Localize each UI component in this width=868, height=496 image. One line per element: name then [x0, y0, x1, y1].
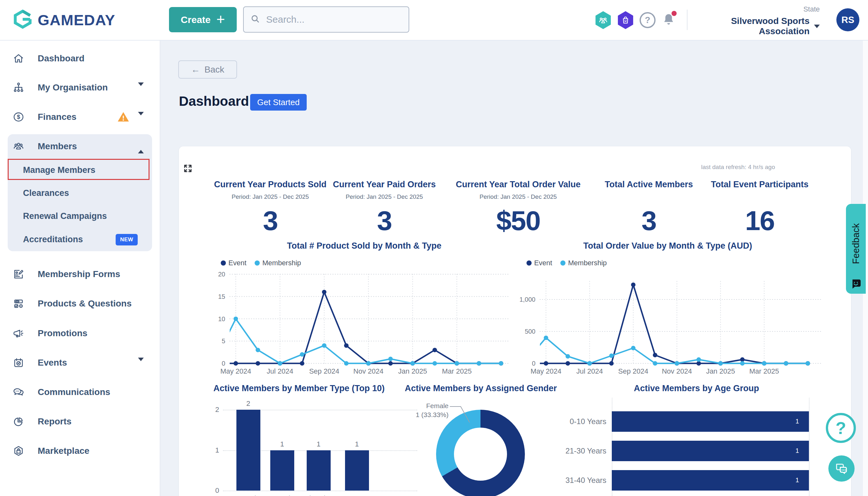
stat-period: Period: Jan 2025 - Dec 2025 — [314, 193, 455, 200]
bar-ytick: 1 — [204, 446, 219, 454]
svg-text:Jul 2024: Jul 2024 — [267, 367, 293, 375]
topbar-icon-group: ? — [595, 11, 676, 29]
avatar[interactable]: RS — [836, 8, 859, 31]
org-level-label: State — [696, 5, 820, 13]
svg-text:May 2024: May 2024 — [220, 367, 251, 375]
chart-title-gender: Active Members by Assigned Gender — [369, 384, 593, 393]
org-name: Silverwood Sports Association — [696, 16, 809, 36]
svg-text:Sep 2024: Sep 2024 — [618, 367, 648, 375]
stat-value: 3 — [314, 205, 455, 236]
svg-text:0: 0 — [532, 360, 535, 367]
get-started-button[interactable]: Get Started — [250, 94, 307, 111]
sidebar-item-my-organisation[interactable]: My Organisation — [0, 76, 160, 99]
stat-period — [690, 193, 830, 200]
sidebar-item-dashboard[interactable]: Dashboard — [0, 47, 160, 70]
legend-dot — [221, 261, 226, 266]
legend-item-event: Event — [526, 259, 552, 267]
svg-text:1,000: 1,000 — [519, 296, 535, 303]
sidebar-subitem-label: Accreditations — [23, 228, 83, 251]
age-category-label: 21-30 Years — [543, 447, 606, 455]
org-selector: State Silverwood Sports Association — [696, 5, 820, 36]
products-icon — [13, 298, 24, 309]
sidebar-item-communications[interactable]: Communications — [0, 381, 160, 403]
svg-text:Jul 2024: Jul 2024 — [576, 367, 603, 375]
legend-item-membership: Membership — [255, 259, 301, 267]
svg-text:500: 500 — [525, 328, 535, 335]
bar-value-label: 1 — [270, 440, 294, 448]
sidebar-item-label: My Organisation — [38, 76, 108, 99]
search-icon — [250, 14, 261, 25]
svg-text:Mar 2025: Mar 2025 — [749, 367, 779, 375]
sidebar-item-label: Marketplace — [38, 440, 90, 462]
legend-dot — [255, 261, 260, 266]
sidebar-item-events[interactable]: Events — [0, 352, 160, 374]
stat-title: Current Year Total Order Value — [448, 180, 588, 189]
sidebar-subitem-label: Manage Members — [23, 159, 96, 181]
sidebar-item-reports[interactable]: Reports — [0, 410, 160, 433]
sidebar-subitem-manage-members[interactable]: Manage Members — [0, 159, 160, 181]
line-chart-products-sold: 05101520May 2024Jul 2024Sep 2024Nov 2024… — [211, 268, 518, 375]
sidebar-subitem-renewal-campaigns[interactable]: Renewal Campaigns — [0, 205, 160, 227]
notifications-icon[interactable] — [661, 12, 676, 28]
bar-junior-player — [307, 450, 331, 491]
megaphone-icon — [13, 328, 24, 339]
marketplace-icon[interactable] — [617, 11, 634, 29]
sidebar-item-products-questions[interactable]: Products & Questions — [0, 292, 160, 315]
feedback-tab[interactable]: Feedback — [846, 204, 866, 294]
bar-coach — [236, 410, 261, 491]
bar-value-label: 1 — [307, 440, 331, 448]
svg-text:Jan 2025: Jan 2025 — [398, 367, 427, 375]
age-bar-value: 1 — [795, 447, 799, 454]
sidebar-item-membership-forms[interactable]: Membership Forms — [0, 263, 160, 285]
bar-awards — [270, 450, 294, 491]
legend-dot — [526, 261, 532, 266]
sidebar-item-promotions[interactable]: Promotions — [0, 322, 160, 344]
help-floating-button[interactable]: ? — [826, 413, 856, 443]
expand-fullscreen-icon[interactable] — [183, 164, 193, 173]
chart-title-products-sold: Total # Product Sold by Month & Type — [252, 241, 476, 251]
bar-ytick: 0 — [204, 486, 219, 495]
sidebar-item-label: Promotions — [38, 322, 88, 344]
gameday-logo[interactable]: GAMEDAY — [13, 8, 115, 31]
stat-card-5: Total Event Participants16 — [690, 180, 830, 236]
members-icon — [13, 141, 24, 152]
sidebar-item-members[interactable]: Members — [0, 135, 160, 158]
bar-chart-age-group: 0-10 Years121-30 Years131-40 Years1 — [543, 396, 818, 496]
create-button[interactable]: Create + — [169, 7, 237, 32]
svg-text:Mar 2025: Mar 2025 — [442, 367, 472, 375]
sidebar-subitem-accreditations[interactable]: AccreditationsNEW — [0, 228, 160, 251]
sidebar-nav: DashboardMy Organisation$FinancesMembers… — [0, 40, 160, 496]
feedback-tab-label: Feedback — [851, 212, 861, 275]
sidebar-item-marketplace[interactable]: Marketplace — [0, 440, 160, 462]
chart-title-age-group: Active Members by Age Group — [585, 384, 808, 393]
gameday-logo-icon — [13, 9, 33, 31]
line-chart-order-value: 05001,000May 2024Jul 2024Sep 2024Nov 202… — [518, 268, 831, 375]
new-badge: NEW — [116, 234, 138, 245]
svg-text:20: 20 — [218, 271, 225, 278]
search-input[interactable] — [266, 14, 402, 25]
sidebar-item-finances[interactable]: $Finances — [0, 106, 160, 128]
help-icon[interactable]: ? — [640, 12, 656, 28]
org-icon — [13, 82, 24, 93]
svg-text:May 2024: May 2024 — [531, 367, 562, 375]
global-search[interactable] — [243, 6, 409, 33]
create-button-label: Create — [181, 14, 210, 25]
back-button[interactable]: ← Back — [178, 60, 237, 79]
members-portal-icon[interactable] — [595, 11, 612, 29]
chevron-down-icon — [814, 25, 820, 28]
svg-text:$: $ — [17, 114, 20, 120]
bar-category-label: Team — [331, 494, 382, 496]
donut-hole — [454, 428, 507, 481]
svg-text:5: 5 — [222, 338, 225, 344]
age-bar-31-40-years — [612, 470, 809, 491]
sidebar-item-label: Reports — [38, 410, 72, 433]
sidebar-item-label: Membership Forms — [38, 263, 120, 285]
svg-text:15: 15 — [218, 293, 225, 300]
bar-value-label: 2 — [236, 400, 261, 408]
dollar-icon: $ — [13, 111, 24, 123]
chart-title-order-value: Total Order Value by Month & Type (AUD) — [556, 241, 779, 251]
org-name-dropdown[interactable]: Silverwood Sports Association — [696, 16, 820, 36]
age-bar-21-30-years — [612, 441, 809, 461]
chat-floating-button[interactable] — [828, 455, 855, 482]
sidebar-subitem-clearances[interactable]: Clearances — [0, 182, 160, 204]
